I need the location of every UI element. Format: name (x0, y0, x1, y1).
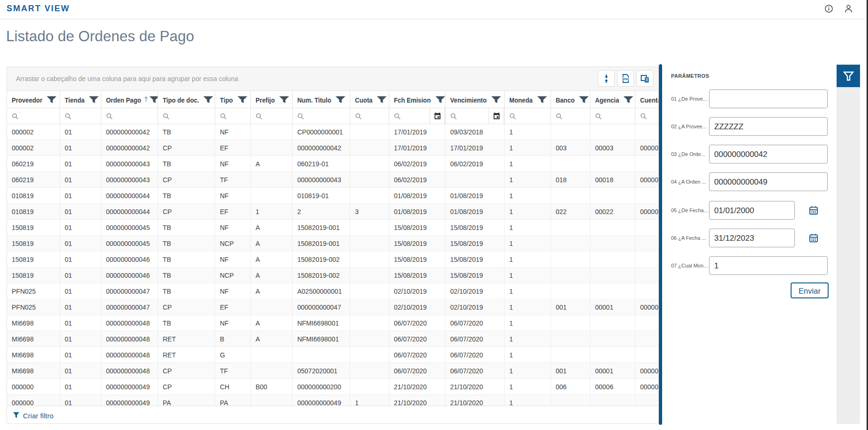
svg-text:xlsx: xlsx (622, 77, 629, 81)
